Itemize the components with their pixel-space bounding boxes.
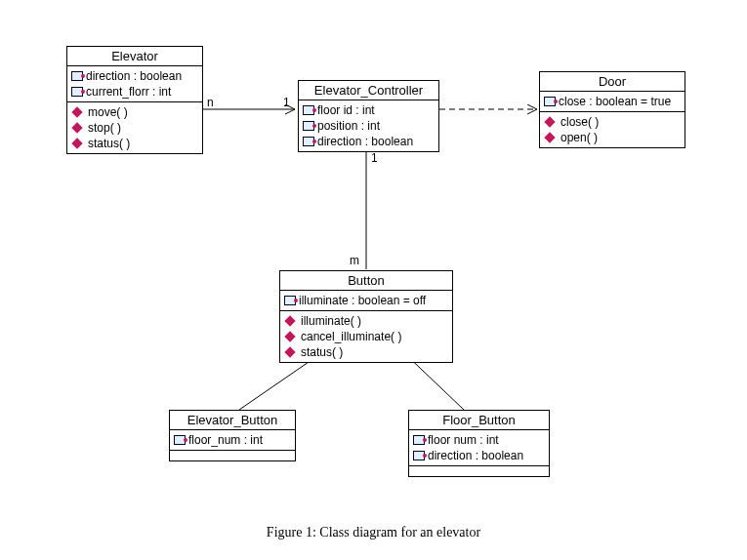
- op-row: status( ): [71, 136, 198, 151]
- attrs-section: illuminate : boolean = off: [280, 291, 452, 311]
- mult-n: n: [207, 96, 214, 109]
- op-text: move( ): [88, 105, 128, 119]
- op-icon: [544, 132, 555, 142]
- attr-icon: [71, 87, 83, 97]
- ops-section: close( ) open( ): [540, 112, 685, 147]
- class-title: Button: [280, 271, 452, 291]
- op-row: move( ): [71, 104, 198, 120]
- op-row: status( ): [284, 344, 448, 360]
- op-icon: [284, 346, 295, 357]
- attr-icon: [544, 97, 556, 106]
- attr-icon: [71, 71, 83, 81]
- op-icon: [544, 116, 555, 127]
- attr-row: position : int: [303, 118, 435, 134]
- op-row: cancel_illuminate( ): [284, 329, 448, 344]
- attr-row: direction : boolean: [413, 448, 545, 463]
- op-row: open( ): [544, 130, 681, 145]
- op-text: stop( ): [88, 121, 121, 135]
- attr-text: position : int: [317, 119, 380, 133]
- mult-one-a: 1: [283, 96, 290, 109]
- class-title: Elevator: [67, 47, 202, 66]
- class-title: Elevator_Button: [170, 411, 295, 430]
- attr-text: direction : boolean: [317, 135, 413, 148]
- class-controller: Elevator_Controller floor id : int posit…: [298, 80, 439, 152]
- mult-one-b: 1: [371, 151, 378, 165]
- attr-icon: [284, 296, 296, 305]
- attr-text: illuminate : boolean = off: [299, 294, 426, 307]
- op-text: open( ): [560, 131, 598, 144]
- attr-icon: [303, 121, 314, 131]
- class-elevator-button: Elevator_Button floor_num : int: [169, 410, 296, 461]
- mult-m: m: [350, 254, 359, 267]
- attr-row: illuminate : boolean = off: [284, 293, 448, 308]
- attr-text: direction : boolean: [86, 69, 182, 83]
- attr-row: floor id : int: [303, 102, 435, 118]
- attr-icon: [413, 435, 425, 445]
- op-icon: [71, 122, 82, 133]
- op-icon: [284, 315, 295, 326]
- attr-text: close : boolean = true: [559, 95, 671, 108]
- op-icon: [71, 106, 82, 117]
- op-row: close( ): [544, 114, 681, 130]
- attr-text: direction : boolean: [428, 449, 523, 462]
- attr-icon: [174, 435, 186, 445]
- class-title: Door: [540, 72, 685, 92]
- ops-section: move( ) stop( ) status( ): [67, 102, 202, 153]
- attrs-section: floor num : int direction : boolean: [409, 430, 549, 466]
- attrs-section: close : boolean = true: [540, 92, 685, 112]
- ops-section: [170, 451, 295, 460]
- ops-section: illuminate( ) cancel_illuminate( ) statu…: [280, 311, 452, 362]
- attrs-section: floor_num : int: [170, 430, 295, 451]
- attr-text: floor_num : int: [188, 433, 263, 447]
- attr-row: floor_num : int: [174, 432, 291, 448]
- attr-icon: [413, 451, 425, 460]
- attr-row: direction : boolean: [303, 134, 435, 149]
- figure-caption: Figure 1: Class diagram for an elevator: [0, 525, 747, 540]
- op-row: illuminate( ): [284, 313, 448, 329]
- op-icon: [284, 331, 295, 341]
- attr-row: current_florr : int: [71, 84, 198, 100]
- op-text: illuminate( ): [301, 314, 361, 328]
- attr-icon: [303, 105, 314, 115]
- op-icon: [71, 138, 82, 148]
- op-text: status( ): [88, 137, 130, 150]
- attrs-section: floor id : int position : int direction …: [299, 100, 438, 151]
- attr-row: floor num : int: [413, 432, 545, 448]
- op-text: status( ): [301, 345, 343, 359]
- class-floor-button: Floor_Button floor num : int direction :…: [408, 410, 550, 477]
- attr-row: close : boolean = true: [544, 94, 681, 109]
- attr-text: current_florr : int: [86, 85, 171, 99]
- ops-section: [409, 466, 549, 476]
- class-title: Floor_Button: [409, 411, 549, 430]
- attrs-section: direction : boolean current_florr : int: [67, 66, 202, 102]
- attr-text: floor id : int: [317, 103, 375, 117]
- op-text: close( ): [560, 115, 599, 129]
- op-text: cancel_illuminate( ): [301, 330, 401, 343]
- class-button: Button illuminate : boolean = off illumi…: [279, 270, 453, 363]
- op-row: stop( ): [71, 120, 198, 136]
- class-door: Door close : boolean = true close( ) ope…: [539, 71, 685, 148]
- class-elevator: Elevator direction : boolean current_flo…: [66, 46, 203, 154]
- class-title: Elevator_Controller: [299, 81, 438, 100]
- attr-row: direction : boolean: [71, 68, 198, 84]
- attr-icon: [303, 137, 314, 146]
- attr-text: floor num : int: [428, 433, 499, 447]
